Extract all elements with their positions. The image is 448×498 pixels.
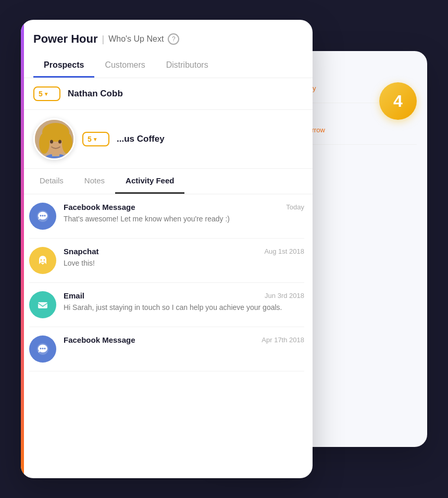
header-title: Power Hour | Who's Up Next ? bbox=[33, 32, 300, 46]
svg-point-6 bbox=[62, 133, 72, 154]
svg-point-12 bbox=[42, 215, 44, 217]
activity-type-3: Facebook Message bbox=[64, 335, 135, 344]
facebook-message-icon-0 bbox=[29, 203, 56, 230]
svg-point-7 bbox=[50, 140, 53, 144]
svg-point-8 bbox=[58, 140, 61, 144]
front-card: Power Hour | Who's Up Next ? Prospects C… bbox=[21, 20, 313, 478]
app-subtitle: Who's Up Next bbox=[108, 34, 164, 44]
svg-point-13 bbox=[44, 215, 46, 217]
contact-list: 5 ▼ Nathan Cobb bbox=[21, 78, 313, 478]
activity-content-3: Facebook Message Apr 17th 2018 bbox=[64, 335, 304, 346]
activity-feed: Facebook Message Today That's awesome! L… bbox=[21, 194, 313, 371]
activity-date-0: Today bbox=[286, 203, 304, 211]
tab-customers[interactable]: Customers bbox=[94, 54, 155, 78]
detail-tabs: Details Notes Activity Feed bbox=[21, 169, 313, 194]
activity-content-2: Email Jun 3rd 2018 Hi Sarah, just stayin… bbox=[64, 291, 304, 313]
activity-text-1: Love this! bbox=[64, 258, 304, 269]
priority-value-nathan: 5 bbox=[39, 90, 43, 98]
avatar-coffey bbox=[33, 118, 75, 160]
activity-date-1: Aug 1st 2018 bbox=[264, 247, 304, 255]
card-header: Power Hour | Who's Up Next ? Prospects C… bbox=[21, 20, 313, 78]
activity-header-3: Facebook Message Apr 17th 2018 bbox=[64, 335, 304, 344]
activity-header-2: Email Jun 3rd 2018 bbox=[64, 291, 304, 300]
help-icon[interactable]: ? bbox=[168, 33, 179, 45]
activity-item-0: Facebook Message Today That's awesome! L… bbox=[29, 194, 304, 239]
svg-point-11 bbox=[40, 215, 42, 217]
priority-value-coffey: 5 bbox=[88, 135, 92, 143]
facebook-message-icon-1 bbox=[29, 335, 56, 363]
svg-point-5 bbox=[39, 133, 49, 154]
activity-date-2: Jun 3rd 2018 bbox=[265, 292, 304, 300]
svg-point-14 bbox=[41, 259, 42, 261]
activity-text-2: Hi Sarah, just staying in touch so I can… bbox=[64, 302, 304, 313]
chevron-down-icon-coffey: ▼ bbox=[93, 136, 98, 142]
activity-item-3: Facebook Message Apr 17th 2018 bbox=[29, 327, 304, 371]
contact-item-nathan[interactable]: 5 ▼ Nathan Cobb bbox=[21, 78, 313, 110]
snapchat-icon bbox=[29, 247, 56, 274]
activity-item-2: Email Jun 3rd 2018 Hi Sarah, just stayin… bbox=[29, 283, 304, 327]
svg-point-19 bbox=[40, 348, 42, 350]
activity-content-1: Snapchat Aug 1st 2018 Love this! bbox=[64, 247, 304, 269]
svg-point-20 bbox=[42, 348, 44, 350]
tab-details[interactable]: Details bbox=[29, 169, 74, 194]
activity-type-0: Facebook Message bbox=[64, 203, 135, 211]
tab-distributors[interactable]: Distributors bbox=[156, 54, 219, 78]
activity-item-1: Snapchat Aug 1st 2018 Love this! bbox=[29, 239, 304, 283]
contact-name-nathan: Nathan Cobb bbox=[68, 89, 123, 99]
email-icon bbox=[29, 291, 56, 318]
activity-date-3: Apr 17th 2018 bbox=[262, 336, 304, 344]
contact-info-coffey: ...us Coffey bbox=[117, 134, 300, 144]
activity-text-0: That's awesome! Let me know when you're … bbox=[64, 214, 304, 225]
app-title: Power Hour bbox=[33, 32, 97, 46]
activity-header-1: Snapchat Aug 1st 2018 bbox=[64, 247, 304, 256]
tab-activity-feed[interactable]: Activity Feed bbox=[115, 169, 184, 194]
notification-badge: 4 bbox=[379, 82, 417, 120]
chevron-down-icon-nathan: ▼ bbox=[44, 91, 49, 97]
header-divider: | bbox=[102, 34, 104, 45]
tab-notes[interactable]: Notes bbox=[74, 169, 115, 194]
svg-rect-16 bbox=[38, 302, 47, 308]
priority-badge-nathan[interactable]: 5 ▼ bbox=[33, 86, 60, 101]
activity-type-1: Snapchat bbox=[64, 247, 99, 256]
contact-item-coffey[interactable]: 5 ▼ ...us Coffey bbox=[21, 110, 313, 169]
badge-count: 4 bbox=[393, 92, 403, 111]
priority-badge-coffey[interactable]: 5 ▼ bbox=[82, 132, 109, 146]
svg-point-21 bbox=[44, 348, 46, 350]
activity-content-0: Facebook Message Today That's awesome! L… bbox=[64, 203, 304, 225]
svg-point-15 bbox=[44, 259, 45, 261]
tab-prospects[interactable]: Prospects bbox=[33, 54, 94, 78]
contact-name-coffey: ...us Coffey bbox=[117, 134, 300, 144]
activity-type-2: Email bbox=[64, 291, 84, 300]
activity-header-0: Facebook Message Today bbox=[64, 203, 304, 211]
main-tabs: Prospects Customers Distributors bbox=[33, 54, 300, 78]
scene: 4 5 ▼ Wylie Byrd Follow Up On: Today bbox=[21, 20, 427, 478]
